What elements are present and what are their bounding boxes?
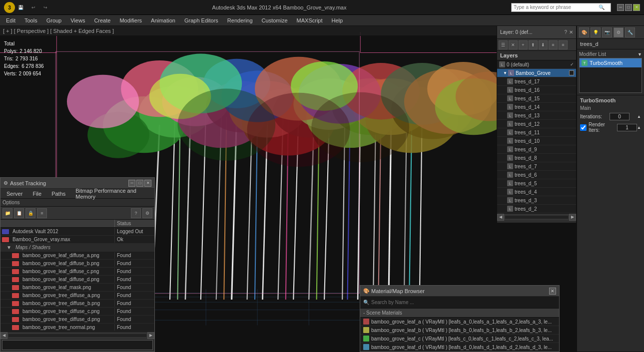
layers-tool-3[interactable]: + bbox=[519, 40, 528, 49]
layers-scroll-right[interactable]: ▶ bbox=[569, 214, 576, 221]
rpanel-mode-btn-4[interactable]: ⚙ bbox=[614, 27, 624, 37]
at-tool-settings[interactable]: ⚙ bbox=[142, 208, 152, 218]
at-scroll-right[interactable]: ▶ bbox=[147, 332, 154, 339]
title-bar-quick-btn[interactable]: 💾 bbox=[18, 5, 23, 10]
at-minimize-btn[interactable]: ─ bbox=[128, 180, 135, 187]
at-menu-server[interactable]: Server bbox=[2, 190, 26, 198]
mb-search-input[interactable] bbox=[371, 300, 556, 305]
layer-item-trees-d-10[interactable]: L trees_d_10 bbox=[497, 137, 576, 145]
minimize-button[interactable]: ─ bbox=[617, 4, 624, 11]
at-maximize-btn[interactable]: □ bbox=[136, 180, 143, 187]
close-button[interactable]: ✕ bbox=[633, 4, 640, 11]
layer-item-trees-d-12[interactable]: L trees_d_12 bbox=[497, 120, 576, 128]
layer-item-trees-d-14[interactable]: L trees_d_14 bbox=[497, 103, 576, 111]
at-file-item-4[interactable]: bamboo_grove_leaf_mask.png Found bbox=[0, 284, 154, 292]
menu-help[interactable]: Help bbox=[328, 16, 347, 24]
at-file-item-0[interactable]: bamboo_grove_leaf_diffuse_a.png Found bbox=[0, 252, 154, 260]
mb-item-3[interactable]: bamboo_grove_leaf_d ( VRayMtl ) [leafs_d… bbox=[360, 343, 559, 352]
at-options-label[interactable]: Options bbox=[2, 200, 19, 205]
ts-render-checkbox[interactable] bbox=[580, 124, 587, 131]
layer-item-trees-d-11[interactable]: L trees_d_11 bbox=[497, 128, 576, 137]
mb-item-0[interactable]: bamboo_grove_leaf_a ( VRayMtl ) [leafs_a… bbox=[360, 318, 559, 326]
at-search-bar[interactable] bbox=[2, 340, 153, 350]
at-file-item-6[interactable]: bamboo_grove_tree_diffuse_b.png Found bbox=[0, 300, 154, 308]
menu-views[interactable]: Views bbox=[66, 16, 89, 24]
at-tool-1[interactable]: 📁 bbox=[2, 208, 12, 218]
mb-item-2[interactable]: bamboo_grove_leaf_c ( VRayMtl ) [leafs_c… bbox=[360, 335, 559, 343]
menu-animation[interactable]: Animation bbox=[147, 16, 179, 24]
rpanel-mode-btn-2[interactable]: 💡 bbox=[591, 27, 601, 37]
at-file-item-7[interactable]: bamboo_grove_tree_diffuse_c.png Found bbox=[0, 308, 154, 316]
menu-maxscript[interactable]: MAXScript bbox=[293, 16, 327, 24]
layer-item-trees-d-9[interactable]: L trees_d_9 bbox=[497, 145, 576, 154]
layers-scroll-left[interactable]: ◀ bbox=[497, 214, 504, 221]
ts-iterations-input[interactable] bbox=[610, 113, 630, 120]
menu-graph-editors[interactable]: Graph Editors bbox=[180, 16, 222, 24]
layers-tool-4[interactable]: ⬆ bbox=[529, 40, 538, 49]
ts-render-up[interactable]: ▲ bbox=[637, 125, 641, 130]
layers-list[interactable]: L 0 (default) ✓ ▼ L Bamboo_Grove L trees… bbox=[497, 60, 576, 213]
layer-item-trees-d-15[interactable]: L trees_d_15 bbox=[497, 94, 576, 103]
at-file-item-5[interactable]: bamboo_grove_tree_diffuse_a.png Found bbox=[0, 292, 154, 300]
rpanel-mode-btn-3[interactable]: 📷 bbox=[602, 27, 612, 37]
at-tool-2[interactable]: 📋 bbox=[14, 208, 24, 218]
layers-tool-2[interactable]: ✕ bbox=[509, 40, 518, 49]
layer-item-trees-d-13[interactable]: L trees_d_13 bbox=[497, 111, 576, 120]
at-content[interactable]: Autodesk Vault 2012 Logged Out Bamboo_Gr… bbox=[0, 228, 154, 332]
ts-iterations-up[interactable]: ▲ bbox=[637, 114, 641, 119]
layer-item-trees-d-17[interactable]: L trees_d_17 bbox=[497, 77, 576, 86]
at-tool-3[interactable]: 🔒 bbox=[25, 208, 35, 218]
layer-item-trees-d-16[interactable]: L trees_d_16 bbox=[497, 86, 576, 94]
title-search-bar[interactable]: 🔍 bbox=[511, 3, 611, 12]
menu-modifiers[interactable]: Modifiers bbox=[115, 16, 146, 24]
layers-tool-5[interactable]: ⬇ bbox=[539, 40, 548, 49]
layers-scrollbar[interactable]: ◀ ▶ bbox=[497, 213, 576, 220]
at-file-row[interactable]: Bamboo_Grove_vray.max Ok bbox=[0, 236, 154, 244]
layers-tool-6[interactable]: ≡ bbox=[549, 40, 558, 49]
at-file-item-9[interactable]: bamboo_grove_tree_normal.png Found bbox=[0, 324, 154, 332]
title-bar-quick-btn3[interactable]: ↪ bbox=[43, 5, 47, 10]
layers-close-btn[interactable]: ✕ bbox=[569, 29, 573, 35]
layers-question-btn[interactable]: ? bbox=[564, 29, 567, 35]
at-search-input[interactable] bbox=[2, 341, 152, 348]
layer-item-default[interactable]: L 0 (default) ✓ bbox=[497, 60, 576, 69]
at-vault-row[interactable]: Autodesk Vault 2012 Logged Out bbox=[0, 228, 154, 236]
at-file-item-2[interactable]: bamboo_grove_leaf_diffuse_c.png Found bbox=[0, 268, 154, 276]
rpanel-mode-btn-1[interactable]: 🎨 bbox=[579, 27, 589, 37]
at-file-item-1[interactable]: bamboo_grove_leaf_diffuse_b.png Found bbox=[0, 260, 154, 268]
layer-item-trees-d-8[interactable]: L trees_d_8 bbox=[497, 154, 576, 162]
at-tool-help[interactable]: ? bbox=[131, 208, 141, 218]
layer-item-trees-d-4[interactable]: L trees_d_4 bbox=[497, 188, 576, 196]
layer-item-trees-d-2[interactable]: L trees_d_2 bbox=[497, 205, 576, 213]
menu-edit[interactable]: Edit bbox=[2, 16, 19, 24]
at-menu-bitmap[interactable]: Bitmap Performance and Memory bbox=[71, 187, 152, 201]
menu-customize[interactable]: Customize bbox=[258, 16, 292, 24]
mb-section-header[interactable]: - Scene Materials bbox=[360, 309, 559, 318]
menu-rendering[interactable]: Rendering bbox=[223, 16, 257, 24]
layer-item-trees-d-7[interactable]: L trees_d_7 bbox=[497, 162, 576, 171]
modifier-item-turbosmooth[interactable]: T TurboSmooth bbox=[580, 58, 642, 67]
layer-item-bamboo-grove[interactable]: ▼ L Bamboo_Grove bbox=[497, 69, 576, 77]
at-menu-paths[interactable]: Paths bbox=[47, 190, 69, 198]
layers-tool-7[interactable]: ≡ bbox=[559, 40, 568, 49]
at-scroll-left[interactable]: ◀ bbox=[0, 332, 7, 339]
rpanel-mode-btn-5[interactable]: 🔧 bbox=[625, 27, 635, 37]
maximize-button[interactable]: □ bbox=[625, 4, 632, 11]
at-close-btn[interactable]: ✕ bbox=[144, 180, 151, 187]
title-bar-quick-btn2[interactable]: ↩ bbox=[31, 5, 35, 10]
at-file-item-8[interactable]: bamboo_grove_tree_diffuse_d.png Found bbox=[0, 316, 154, 324]
mb-item-1[interactable]: bamboo_grove_leaf_b ( VRayMtl ) [leafs_b… bbox=[360, 326, 559, 335]
at-tool-4[interactable]: ≡ bbox=[37, 208, 47, 218]
at-horizontal-scrollbar[interactable]: ◀ ▶ bbox=[0, 332, 154, 339]
at-menu-file[interactable]: File bbox=[28, 190, 45, 198]
menu-tools[interactable]: Tools bbox=[20, 16, 41, 24]
layer-item-trees-d-5[interactable]: L trees_d_5 bbox=[497, 179, 576, 188]
menu-create[interactable]: Create bbox=[90, 16, 114, 24]
menu-group[interactable]: Group bbox=[42, 16, 66, 24]
layer-item-trees-d-3[interactable]: L trees_d_3 bbox=[497, 196, 576, 205]
mb-search-bar[interactable]: 🔍 bbox=[360, 297, 559, 309]
mb-material-list[interactable]: bamboo_grove_leaf_a ( VRayMtl ) [leafs_a… bbox=[360, 318, 559, 352]
at-file-item-3[interactable]: bamboo_grove_leaf_diffuse_d.png Found bbox=[0, 276, 154, 284]
mb-close-btn[interactable]: ✕ bbox=[549, 288, 556, 295]
layer-item-trees-d-6[interactable]: L trees_d_6 bbox=[497, 171, 576, 179]
